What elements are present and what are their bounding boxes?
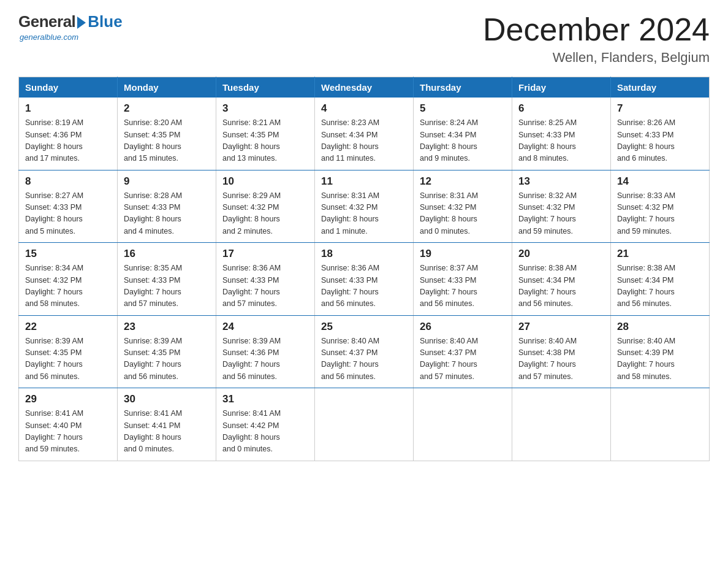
calendar-day-cell: 26Sunrise: 8:40 AMSunset: 4:37 PMDayligh… (414, 315, 512, 388)
day-number: 2 (124, 102, 210, 115)
calendar-column-header: Wednesday (315, 77, 414, 98)
calendar-day-cell: 6Sunrise: 8:25 AMSunset: 4:33 PMDaylight… (512, 98, 611, 170)
calendar-day-cell: 4Sunrise: 8:23 AMSunset: 4:34 PMDaylight… (315, 98, 414, 170)
calendar-day-cell: 31Sunrise: 8:41 AMSunset: 4:42 PMDayligh… (216, 388, 315, 461)
day-info: Sunrise: 8:38 AMSunset: 4:34 PMDaylight:… (518, 262, 604, 310)
calendar-day-cell: 3Sunrise: 8:21 AMSunset: 4:35 PMDaylight… (216, 98, 315, 170)
calendar-day-cell (611, 388, 710, 461)
calendar-day-cell: 15Sunrise: 8:34 AMSunset: 4:32 PMDayligh… (19, 243, 118, 316)
day-number: 30 (124, 393, 210, 405)
logo: General Blue generalblue.com (18, 12, 123, 42)
day-number: 22 (25, 321, 111, 333)
calendar-column-header: Sunday (19, 77, 118, 98)
calendar-day-cell: 2Sunrise: 8:20 AMSunset: 4:35 PMDaylight… (118, 98, 216, 170)
day-number: 8 (25, 175, 111, 188)
day-number: 5 (420, 102, 506, 115)
calendar-day-cell: 20Sunrise: 8:38 AMSunset: 4:34 PMDayligh… (512, 243, 611, 316)
page-header: General Blue generalblue.com December 20… (18, 12, 710, 66)
calendar-column-header: Tuesday (216, 77, 315, 98)
day-number: 16 (124, 248, 210, 260)
calendar-day-cell: 19Sunrise: 8:37 AMSunset: 4:33 PMDayligh… (414, 243, 512, 316)
calendar-day-cell: 9Sunrise: 8:28 AMSunset: 4:33 PMDaylight… (118, 170, 216, 243)
calendar-day-cell: 16Sunrise: 8:35 AMSunset: 4:33 PMDayligh… (118, 243, 216, 316)
logo-general-text: General (18, 12, 75, 31)
day-info: Sunrise: 8:28 AMSunset: 4:33 PMDaylight:… (124, 190, 210, 238)
calendar-column-header: Thursday (414, 77, 512, 98)
day-info: Sunrise: 8:36 AMSunset: 4:33 PMDaylight:… (222, 262, 308, 310)
calendar-day-cell (414, 388, 512, 461)
calendar-day-cell: 25Sunrise: 8:40 AMSunset: 4:37 PMDayligh… (315, 315, 414, 388)
day-number: 3 (222, 102, 308, 115)
day-info: Sunrise: 8:29 AMSunset: 4:32 PMDaylight:… (222, 190, 308, 238)
calendar-day-cell: 17Sunrise: 8:36 AMSunset: 4:33 PMDayligh… (216, 243, 315, 316)
day-number: 13 (518, 175, 604, 188)
day-number: 19 (420, 248, 506, 260)
day-number: 9 (124, 175, 210, 188)
day-number: 29 (25, 393, 111, 405)
day-info: Sunrise: 8:39 AMSunset: 4:35 PMDaylight:… (124, 335, 210, 383)
day-info: Sunrise: 8:26 AMSunset: 4:33 PMDaylight:… (617, 117, 703, 165)
day-info: Sunrise: 8:31 AMSunset: 4:32 PMDaylight:… (420, 190, 506, 238)
day-number: 12 (420, 175, 506, 188)
calendar-day-cell: 22Sunrise: 8:39 AMSunset: 4:35 PMDayligh… (19, 315, 118, 388)
day-info: Sunrise: 8:21 AMSunset: 4:35 PMDaylight:… (222, 117, 308, 165)
day-number: 26 (420, 321, 506, 333)
day-number: 23 (124, 321, 210, 333)
logo-blue-text: Blue (88, 12, 122, 31)
day-number: 21 (617, 248, 703, 260)
calendar-day-cell: 29Sunrise: 8:41 AMSunset: 4:40 PMDayligh… (19, 388, 118, 461)
day-number: 24 (222, 321, 308, 333)
day-number: 14 (617, 175, 703, 188)
day-info: Sunrise: 8:36 AMSunset: 4:33 PMDaylight:… (321, 262, 407, 310)
calendar-day-cell (512, 388, 611, 461)
calendar-day-cell: 24Sunrise: 8:39 AMSunset: 4:36 PMDayligh… (216, 315, 315, 388)
calendar-day-cell: 8Sunrise: 8:27 AMSunset: 4:33 PMDaylight… (19, 170, 118, 243)
calendar-week-row: 1Sunrise: 8:19 AMSunset: 4:36 PMDaylight… (19, 98, 710, 170)
calendar-day-cell: 23Sunrise: 8:39 AMSunset: 4:35 PMDayligh… (118, 315, 216, 388)
day-info: Sunrise: 8:33 AMSunset: 4:32 PMDaylight:… (617, 190, 703, 238)
calendar-day-cell: 28Sunrise: 8:40 AMSunset: 4:39 PMDayligh… (611, 315, 710, 388)
title-block: December 2024 Wellen, Flanders, Belgium (483, 12, 710, 66)
day-number: 20 (518, 248, 604, 260)
calendar-column-header: Saturday (611, 77, 710, 98)
calendar-day-cell: 5Sunrise: 8:24 AMSunset: 4:34 PMDaylight… (414, 98, 512, 170)
day-info: Sunrise: 8:41 AMSunset: 4:40 PMDaylight:… (25, 408, 111, 456)
calendar-week-row: 15Sunrise: 8:34 AMSunset: 4:32 PMDayligh… (19, 243, 710, 316)
calendar-day-cell: 1Sunrise: 8:19 AMSunset: 4:36 PMDaylight… (19, 98, 118, 170)
day-number: 27 (518, 321, 604, 333)
day-info: Sunrise: 8:41 AMSunset: 4:41 PMDaylight:… (124, 408, 210, 456)
calendar-day-cell: 30Sunrise: 8:41 AMSunset: 4:41 PMDayligh… (118, 388, 216, 461)
day-number: 17 (222, 248, 308, 260)
day-info: Sunrise: 8:40 AMSunset: 4:37 PMDaylight:… (321, 335, 407, 383)
calendar-week-row: 29Sunrise: 8:41 AMSunset: 4:40 PMDayligh… (19, 388, 710, 461)
day-info: Sunrise: 8:39 AMSunset: 4:35 PMDaylight:… (25, 335, 111, 383)
day-number: 6 (518, 102, 604, 115)
calendar-day-cell: 21Sunrise: 8:38 AMSunset: 4:34 PMDayligh… (611, 243, 710, 316)
calendar-week-row: 8Sunrise: 8:27 AMSunset: 4:33 PMDaylight… (19, 170, 710, 243)
day-info: Sunrise: 8:31 AMSunset: 4:32 PMDaylight:… (321, 190, 407, 238)
calendar-column-header: Friday (512, 77, 611, 98)
day-info: Sunrise: 8:27 AMSunset: 4:33 PMDaylight:… (25, 190, 111, 238)
day-info: Sunrise: 8:40 AMSunset: 4:38 PMDaylight:… (518, 335, 604, 383)
day-number: 28 (617, 321, 703, 333)
calendar-header-row: SundayMondayTuesdayWednesdayThursdayFrid… (19, 77, 710, 98)
calendar-table: SundayMondayTuesdayWednesdayThursdayFrid… (18, 77, 710, 461)
calendar-title: December 2024 (483, 12, 710, 47)
calendar-day-cell: 13Sunrise: 8:32 AMSunset: 4:32 PMDayligh… (512, 170, 611, 243)
calendar-day-cell: 10Sunrise: 8:29 AMSunset: 4:32 PMDayligh… (216, 170, 315, 243)
day-number: 10 (222, 175, 308, 188)
day-number: 4 (321, 102, 407, 115)
day-info: Sunrise: 8:37 AMSunset: 4:33 PMDaylight:… (420, 262, 506, 310)
day-info: Sunrise: 8:40 AMSunset: 4:37 PMDaylight:… (420, 335, 506, 383)
day-info: Sunrise: 8:41 AMSunset: 4:42 PMDaylight:… (222, 408, 308, 456)
day-info: Sunrise: 8:38 AMSunset: 4:34 PMDaylight:… (617, 262, 703, 310)
calendar-column-header: Monday (118, 77, 216, 98)
day-info: Sunrise: 8:32 AMSunset: 4:32 PMDaylight:… (518, 190, 604, 238)
day-info: Sunrise: 8:19 AMSunset: 4:36 PMDaylight:… (25, 117, 111, 165)
calendar-day-cell: 14Sunrise: 8:33 AMSunset: 4:32 PMDayligh… (611, 170, 710, 243)
calendar-day-cell: 11Sunrise: 8:31 AMSunset: 4:32 PMDayligh… (315, 170, 414, 243)
day-number: 1 (25, 102, 111, 115)
day-info: Sunrise: 8:23 AMSunset: 4:34 PMDaylight:… (321, 117, 407, 165)
logo-arrow-icon (77, 17, 86, 29)
day-info: Sunrise: 8:34 AMSunset: 4:32 PMDaylight:… (25, 262, 111, 310)
